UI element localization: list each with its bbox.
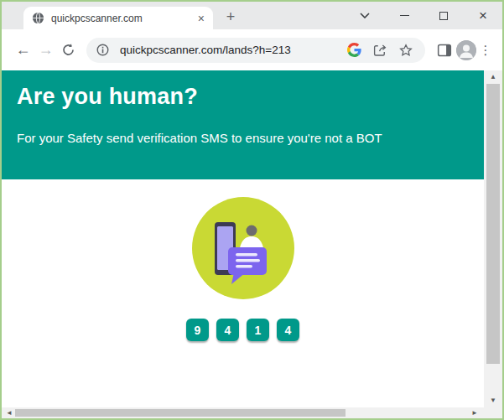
- verification-code: 9 4 1 4: [186, 319, 299, 341]
- titlebar: quickpcscanner.com × + ×: [2, 2, 502, 29]
- share-icon[interactable]: [372, 43, 387, 58]
- browser-tab[interactable]: quickpcscanner.com ×: [23, 7, 213, 29]
- vertical-scrollbar-thumb[interactable]: [486, 84, 500, 364]
- window-controls: ×: [356, 2, 492, 29]
- code-digit: 1: [247, 319, 269, 341]
- minimize-icon: [400, 15, 409, 16]
- bookmark-star-icon[interactable]: [398, 43, 413, 58]
- code-digit: 4: [216, 319, 239, 341]
- google-icon[interactable]: [347, 43, 361, 57]
- url-text[interactable]: quickpcscanner.com/lands?h=213: [120, 44, 336, 56]
- horizontal-scrollbar[interactable]: ◄ ►: [2, 407, 484, 418]
- tab-title: quickpcscanner.com: [51, 13, 191, 24]
- forward-button[interactable]: →: [34, 39, 57, 61]
- code-digit: 9: [186, 319, 209, 341]
- scroll-down-icon[interactable]: ▼: [484, 397, 502, 404]
- page-body: 9 4 1 4: [2, 179, 484, 407]
- maximize-button[interactable]: [434, 7, 453, 25]
- reload-button[interactable]: [57, 39, 80, 61]
- new-tab-button[interactable]: +: [221, 7, 241, 27]
- tab-close-icon[interactable]: ×: [198, 13, 205, 24]
- profile-avatar[interactable]: [455, 39, 477, 61]
- avatar-icon: [456, 40, 476, 60]
- maximize-icon: [439, 12, 448, 20]
- address-bar[interactable]: quickpcscanner.com/lands?h=213: [86, 38, 425, 63]
- side-panel-icon[interactable]: [434, 39, 455, 61]
- browser-toolbar: ← → quickpcscanner.com/lands?h=213: [2, 29, 502, 70]
- scrollbar-corner: [484, 407, 502, 418]
- page-subtitle: For your Safety send verification SMS to…: [17, 110, 484, 145]
- browser-viewport: Are you human? For your Safety send veri…: [2, 70, 502, 407]
- globe-favicon-icon: [32, 12, 44, 24]
- minimize-button[interactable]: [395, 7, 413, 25]
- scroll-up-icon[interactable]: ▲: [484, 74, 502, 80]
- scroll-left-icon[interactable]: ◄: [6, 410, 13, 417]
- web-page: Are you human? For your Safety send veri…: [2, 70, 484, 407]
- horizontal-scrollbar-thumb[interactable]: [15, 409, 346, 417]
- back-button[interactable]: ←: [12, 39, 34, 61]
- close-window-button[interactable]: ×: [474, 7, 492, 25]
- site-info-icon[interactable]: [96, 44, 109, 56]
- scroll-right-icon[interactable]: ►: [471, 410, 478, 417]
- code-digit: 4: [277, 319, 299, 341]
- tab-search-chevron-icon[interactable]: [356, 7, 374, 25]
- page-header: Are you human? For your Safety send veri…: [2, 70, 484, 179]
- bottom-scroll-area: ◄ ►: [2, 407, 502, 418]
- browser-window: quickpcscanner.com × + × ← →: [0, 0, 504, 420]
- page-title: Are you human?: [17, 70, 484, 110]
- vertical-scrollbar[interactable]: ▲ ▼: [484, 70, 502, 407]
- close-icon: ×: [479, 8, 487, 23]
- sms-verification-illustration: [192, 197, 294, 299]
- menu-kebab-icon[interactable]: ⋮: [477, 43, 494, 58]
